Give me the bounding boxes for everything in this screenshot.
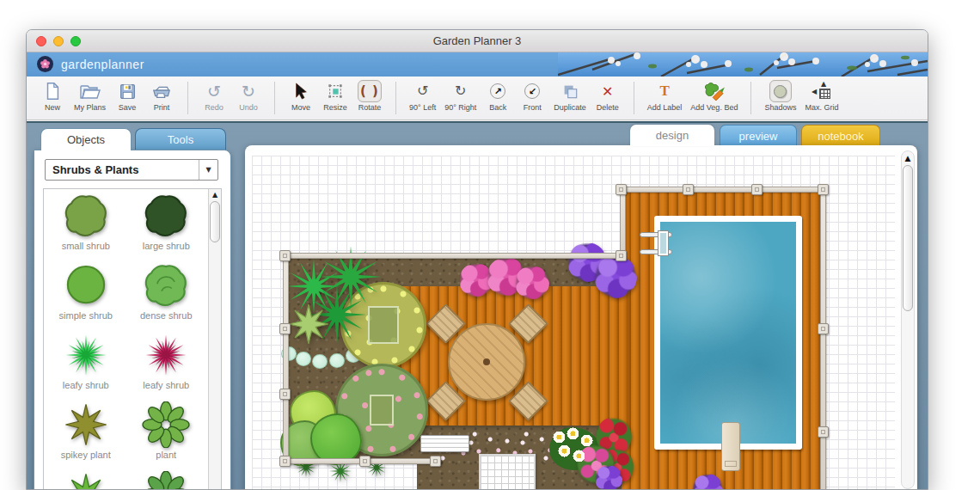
titlebar: Garden Planner 3 — [27, 30, 928, 52]
shrub[interactable] — [310, 413, 362, 465]
trellis[interactable] — [479, 454, 536, 490]
list-item-partial[interactable] — [46, 471, 126, 490]
window-title: Garden Planner 3 — [27, 34, 928, 47]
toolbar-divider — [634, 82, 634, 114]
tree-planter — [370, 395, 394, 426]
tab-tools[interactable]: Tools — [135, 128, 226, 150]
plant-list-scrollbar[interactable]: ▲ — [208, 189, 221, 490]
tool-rotate[interactable]: ( ) Rotate — [357, 80, 383, 112]
tab-notebook[interactable]: notebook — [801, 125, 880, 146]
delete-x-icon: ✕ — [597, 80, 619, 102]
daisy-flower — [567, 427, 579, 440]
category-dropdown[interactable]: Shrubs & Plants ▼ — [45, 159, 218, 181]
tool-duplicate[interactable]: Duplicate — [554, 80, 586, 112]
tool-resize[interactable]: Resize — [322, 80, 348, 112]
cursor-icon — [290, 80, 312, 102]
redo-arrow-icon: ↺ — [203, 80, 225, 102]
tool-delete[interactable]: ✕ Delete — [595, 80, 621, 112]
tool-front[interactable]: ↙ Front — [519, 80, 545, 112]
undo-arrow-icon: ↻ — [237, 80, 260, 102]
design-canvas[interactable]: ▲ — [245, 145, 917, 490]
flower-cluster-purple[interactable] — [595, 465, 622, 490]
blossom-photo — [558, 52, 928, 77]
rotate-left-icon: ↺ — [412, 80, 434, 102]
fence-post — [616, 184, 627, 195]
duplicate-icon — [559, 80, 581, 102]
fence-post — [359, 456, 371, 467]
tool-print[interactable]: Print — [149, 80, 175, 112]
list-item-leafy-shrub-green[interactable]: leafy shrub — [46, 332, 126, 401]
fence-post — [818, 426, 829, 438]
new-document-icon — [40, 80, 64, 102]
vegetable-bed-icon — [701, 80, 728, 102]
scrollbar-thumb[interactable] — [903, 165, 913, 311]
flower-icon — [40, 58, 51, 70]
fence[interactable] — [285, 253, 622, 259]
tool-add-label[interactable]: T Add Label — [647, 80, 683, 112]
chevron-down-icon: ▼ — [199, 160, 217, 180]
sidebar: Objects Tools Shrubs & Plants ▼ small sh… — [34, 128, 231, 490]
tab-design[interactable]: design — [630, 125, 714, 146]
stepping-stone[interactable] — [329, 353, 345, 368]
plant-list: small shrub large shrub simple shrub — [43, 188, 222, 490]
fence[interactable] — [620, 187, 826, 193]
list-item-partial[interactable] — [126, 471, 207, 490]
tool-90-left[interactable]: ↺ 90° Left — [409, 80, 436, 112]
list-item-simple-shrub[interactable]: simple shrub — [46, 262, 126, 332]
resize-selection-icon — [324, 80, 346, 102]
tool-redo[interactable]: ↺ Redo — [201, 80, 227, 112]
tab-preview[interactable]: preview — [720, 125, 797, 146]
tool-undo[interactable]: ↻ Undo — [236, 80, 261, 112]
toolbar-divider — [750, 82, 751, 114]
folder-icon — [77, 80, 104, 102]
scroll-up-icon[interactable]: ▲ — [902, 154, 914, 162]
tool-back[interactable]: ↗ Back — [485, 80, 511, 112]
list-item-dense-shrub[interactable]: dense shrub — [126, 262, 207, 332]
brand-wordmark: gardenplanner — [61, 58, 144, 71]
scrollbar-thumb[interactable] — [210, 201, 220, 242]
fence[interactable] — [283, 253, 289, 464]
tool-add-veg-bed[interactable]: Add Veg. Bed — [690, 80, 738, 112]
flower-cluster-purple[interactable] — [594, 255, 637, 298]
fence[interactable] — [620, 187, 626, 259]
stepping-stone[interactable] — [312, 354, 328, 369]
tool-my-plans[interactable]: My Plans — [74, 80, 106, 112]
fence-post — [751, 184, 763, 195]
star-plant[interactable] — [286, 302, 331, 346]
toolbar: New My Plans Save Print ↺ Red — [27, 77, 928, 120]
pool-ladder-step[interactable] — [658, 230, 669, 256]
tab-objects[interactable]: Objects — [40, 128, 132, 150]
garden-bench[interactable] — [420, 435, 469, 452]
flower-cluster-pink[interactable] — [515, 266, 549, 300]
fence[interactable] — [820, 187, 826, 490]
send-back-icon: ↗ — [487, 80, 509, 102]
tool-save[interactable]: Save — [114, 80, 140, 112]
stepping-stone[interactable] — [296, 352, 311, 366]
fence-post — [279, 323, 291, 334]
daisy-flower — [553, 431, 566, 444]
canvas-scrollbar[interactable]: ▲ — [901, 150, 915, 489]
fence-post — [279, 389, 291, 400]
app-window: Garden Planner 3 — [26, 29, 928, 490]
scroll-up-icon[interactable]: ▲ — [209, 191, 221, 199]
toolbar-divider — [187, 82, 188, 114]
swimming-pool[interactable] — [654, 216, 802, 450]
list-item-leafy-shrub-red[interactable]: leafy shrub — [126, 332, 207, 401]
save-floppy-icon — [116, 80, 139, 102]
list-item-small-shrub[interactable]: small shrub — [46, 193, 126, 262]
daisy-flower — [573, 450, 585, 462]
objects-panel: Shrubs & Plants ▼ small shrub large shru… — [34, 150, 231, 490]
tool-90-right[interactable]: ↻ 90° Right — [444, 80, 476, 112]
round-table[interactable] — [448, 323, 525, 401]
tool-move[interactable]: Move — [288, 80, 314, 112]
list-item-spikey-plant[interactable]: spikey plant — [46, 401, 126, 471]
list-item-plant[interactable]: plant — [126, 401, 207, 471]
bring-front-icon: ↙ — [521, 80, 543, 102]
toolbar-divider — [395, 82, 396, 114]
diving-board[interactable] — [721, 422, 740, 471]
tool-max-grid[interactable]: ▲◀ Max. Grid — [805, 80, 838, 112]
content-area: Objects Tools Shrubs & Plants ▼ small sh… — [27, 121, 928, 489]
list-item-large-shrub[interactable]: large shrub — [126, 193, 207, 262]
tool-new[interactable]: New — [40, 80, 65, 112]
tool-shadows[interactable]: Shadows — [764, 80, 796, 112]
